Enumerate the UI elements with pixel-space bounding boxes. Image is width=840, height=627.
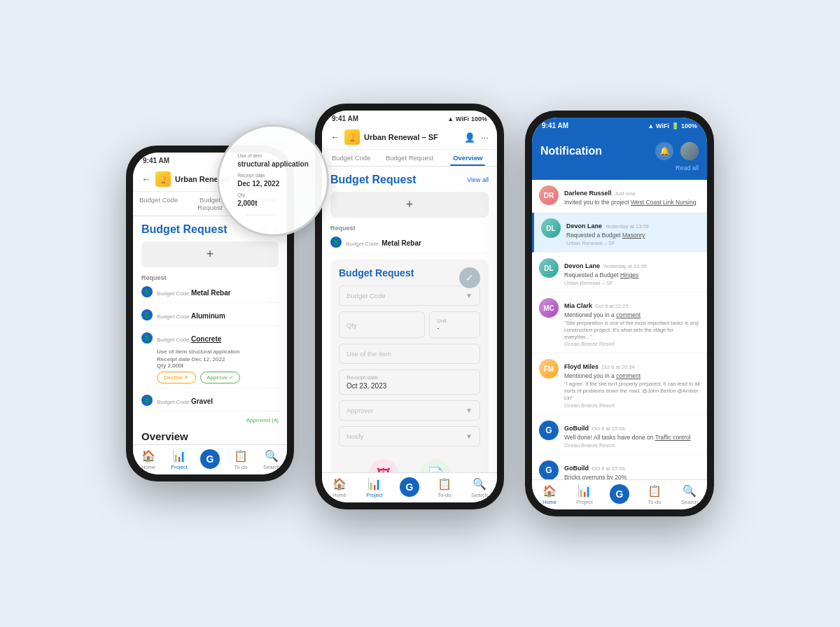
- dropdown-arrow-3: ▼: [465, 432, 472, 440]
- add-button[interactable]: +: [141, 241, 279, 267]
- phone-center-screen: 9:41 AM ▲ WiFi 100% ← 🏆 Urban Renewal – …: [322, 111, 497, 502]
- status-bar-right: 9:41 AM ▲ WiFi 🔋 100%: [532, 118, 707, 132]
- main-scene: Use of item structural application Recei…: [0, 83, 840, 544]
- notif-desc-devon-1: Requested a Budget Masonry: [566, 232, 700, 239]
- notif-text-darlene: Darlene Russell Just now Invited you to …: [564, 185, 700, 206]
- nav-project-c[interactable]: 📊 Project: [357, 473, 392, 502]
- search-icon: 🔍: [265, 449, 279, 463]
- notif-item-devon-2[interactable]: DL Devon Lane Yesterday at 10:45 Request…: [532, 253, 707, 293]
- budget-details-1: Budget Code Metal Rebar: [157, 286, 279, 298]
- user-avatar[interactable]: [680, 142, 699, 160]
- notif-item-gobuild-1[interactable]: G GoBuild Oct 8 at 15:08 Well done! All …: [532, 415, 707, 455]
- notification-list: DR Darlene Russell Just now Invited you …: [532, 180, 707, 481]
- receipt-date: Receipt date Dec 12, 2022: [157, 356, 240, 362]
- notif-item-floyd[interactable]: FM Floyd Miles Oct 8 at 20:34 Mentioned …: [532, 353, 707, 414]
- notif-project-devon-1: Urban Renewal – SF: [566, 240, 700, 246]
- notif-item-mia[interactable]: MC Mia Clark Oct 8 at 22:25 Mentioned yo…: [532, 293, 707, 353]
- status-icons-c: ▲ WiFi 100%: [447, 115, 487, 122]
- phone-right-screen: 9:41 AM ▲ WiFi 🔋 100% Notification 🔔: [532, 118, 707, 509]
- nav-search-c[interactable]: 🔍 Search: [462, 473, 497, 502]
- nav-project-r[interactable]: 📊 Project: [567, 480, 602, 509]
- nav-todo[interactable]: 📋 To-do: [225, 445, 256, 474]
- project-nav-icon-r: 📊: [578, 484, 592, 498]
- nav-home[interactable]: 🏠 Home: [133, 445, 164, 474]
- more-icon-c[interactable]: ···: [481, 132, 489, 143]
- notif-quote-floyd: "I agree. If the site isn't properly pre…: [564, 381, 700, 401]
- header-right-c: 👤 ···: [464, 132, 489, 143]
- notification-title: Notification: [540, 145, 602, 157]
- approver-field[interactable]: Approver ▼: [339, 400, 480, 421]
- nav-todo-r[interactable]: 📋 To-do: [637, 480, 672, 509]
- qty-field[interactable]: Qty: [339, 311, 425, 338]
- magnifier: Use of item structural application Recei…: [217, 125, 329, 237]
- user-icon-c[interactable]: 👤: [464, 132, 475, 143]
- bottom-nav-center: 🏠 Home 📊 Project G 📋 To-do 🔍 Search: [322, 472, 497, 502]
- nav-gobuild-c[interactable]: G: [392, 473, 427, 502]
- back-button[interactable]: ←: [141, 174, 151, 185]
- tab-overview-c[interactable]: Overview: [439, 150, 497, 166]
- budget-item-gravel: 💲 Budget Code Gravel: [141, 394, 279, 411]
- view-all-c[interactable]: View all: [467, 176, 489, 183]
- budget-item-concrete: 💲 Budget Code Concrete Use of item struc…: [141, 332, 279, 388]
- dropdown-arrow-1: ▼: [465, 292, 472, 300]
- notif-desc-floyd: Mentioned you in a comment: [564, 372, 700, 380]
- notif-project-gobuild-1: Ocean Breeze Resort: [564, 442, 700, 449]
- notif-item-darlene[interactable]: DR Darlene Russell Just now Invited you …: [532, 180, 707, 213]
- use-of-item-field[interactable]: Use of the item: [339, 344, 480, 364]
- approve-button[interactable]: Approve ✓: [200, 372, 239, 383]
- nav-todo-c[interactable]: 📋 To-do: [427, 473, 462, 502]
- nav-search-r[interactable]: 🔍 Search: [672, 480, 707, 509]
- notif-title-row: Notification 🔔: [540, 142, 699, 160]
- gobuild-icon-c: G: [400, 477, 419, 497]
- tab-budget-code-c[interactable]: Budget Code: [322, 150, 380, 166]
- budget-icon-4: 💲: [141, 395, 153, 406]
- notif-text-gobuild-1: GoBuild Oct 8 at 15:08 Well done! All ta…: [564, 421, 700, 449]
- media-row: 🖼 Photos 📄 File: [339, 452, 480, 474]
- notif-text-gobuild-2: GoBuild Oct 8 at 15:08 Bricks overruns b…: [564, 460, 700, 481]
- notify-field[interactable]: Notify ▼: [339, 426, 480, 446]
- receipt-date-field[interactable]: Receipt date Oct 23, 2023: [339, 369, 480, 395]
- nav-home-r[interactable]: 🏠 Home: [532, 480, 567, 509]
- nav-home-c[interactable]: 🏠 Home: [322, 473, 357, 502]
- check-button[interactable]: ✓: [459, 267, 480, 288]
- nav-gobuild-r[interactable]: G: [602, 480, 637, 509]
- status-icons-r: ▲ WiFi 🔋 100%: [648, 122, 697, 129]
- notify-placeholder: Notify: [346, 432, 363, 440]
- notif-text-floyd: Floyd Miles Oct 8 at 20:34 Mentioned you…: [564, 359, 700, 408]
- phone-center: 9:41 AM ▲ WiFi 100% ← 🏆 Urban Renewal – …: [315, 104, 504, 509]
- content-center: Budget Request View all + Request 💲 Budg…: [322, 167, 497, 474]
- add-button-c[interactable]: +: [330, 192, 489, 218]
- notif-actions: 🔔: [655, 142, 699, 160]
- back-button-c[interactable]: ←: [330, 132, 340, 143]
- bell-icon[interactable]: 🔔: [655, 142, 673, 160]
- status-time: 9:41 AM: [143, 157, 169, 164]
- tab-budget-code[interactable]: Budget Code: [133, 192, 184, 216]
- nav-search[interactable]: 🔍 Search: [256, 445, 287, 474]
- home-icon-c: 🏠: [332, 477, 346, 491]
- decline-button[interactable]: Decline ✕: [157, 372, 196, 383]
- read-all-button[interactable]: Read all: [676, 164, 699, 171]
- nav-project[interactable]: 📊 Project: [164, 445, 195, 474]
- receipt-label-c2: Receipt date: [346, 374, 472, 381]
- notif-quote-mia: "Site preparation is one of the most imp…: [564, 320, 700, 340]
- unit-field[interactable]: Unit -: [429, 311, 480, 338]
- budget-code-field[interactable]: Budget Code ▼: [339, 286, 480, 306]
- project-icon: 🏆: [155, 171, 171, 187]
- notif-item-devon-1[interactable]: DL Devon Lane Yesterday at 13:09 Request…: [532, 213, 707, 253]
- gobuild-icon-r: G: [610, 484, 629, 504]
- budget-form-modal: Budget Request ✓ Budget Code ▼ Qty: [330, 259, 489, 474]
- bottom-nav-left: 🏠 Home 📊 Project G 📋 To-do 🔍 Search: [133, 444, 287, 474]
- notif-item-gobuild-2[interactable]: G GoBuild Oct 8 at 15:08 Bricks overruns…: [532, 455, 707, 481]
- project-title-c: Urban Renewal – SF: [364, 133, 438, 141]
- header-left-c: ← 🏆 Urban Renewal – SF: [330, 129, 438, 145]
- use-of-item: Use of item structural application: [157, 348, 240, 355]
- request-label-c: Request: [330, 225, 489, 232]
- receipt-value-c2: Oct 23, 2023: [346, 382, 472, 390]
- request-label: Request: [141, 274, 279, 281]
- budget-details-c: Budget Code Metal Rebar: [346, 236, 489, 248]
- tab-budget-request-c[interactable]: Budget Request: [380, 150, 438, 166]
- quantity: Qty 2,000t: [157, 362, 240, 369]
- read-all-row: Read all: [540, 164, 699, 171]
- nav-gobuild[interactable]: G: [195, 445, 225, 474]
- notif-desc-gobuild-1: Well done! All tasks have done on Traffi…: [564, 434, 700, 442]
